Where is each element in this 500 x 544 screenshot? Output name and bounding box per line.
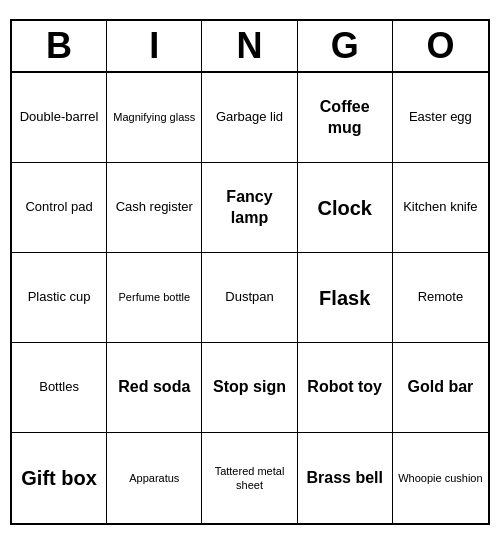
cell-label: Control pad xyxy=(25,199,92,216)
cell-label: Kitchen knife xyxy=(403,199,477,216)
bingo-cell: Remote xyxy=(393,253,488,343)
cell-label: Plastic cup xyxy=(28,289,91,306)
bingo-cell: Coffee mug xyxy=(298,73,393,163)
header-letter: B xyxy=(12,21,107,71)
bingo-cell: Cash register xyxy=(107,163,202,253)
bingo-cell: Fancy lamp xyxy=(202,163,297,253)
cell-label: Brass bell xyxy=(306,468,382,489)
cell-label: Stop sign xyxy=(213,377,286,398)
cell-label: Clock xyxy=(317,195,371,221)
header-letter: N xyxy=(202,21,297,71)
bingo-cell: Brass bell xyxy=(298,433,393,523)
cell-label: Tattered metal sheet xyxy=(206,464,292,493)
bingo-cell: Control pad xyxy=(12,163,107,253)
cell-label: Fancy lamp xyxy=(206,187,292,229)
bingo-cell: Flask xyxy=(298,253,393,343)
cell-label: Robot toy xyxy=(307,377,382,398)
bingo-grid: Double-barrelMagnifying glassGarbage lid… xyxy=(12,73,488,523)
bingo-cell: Kitchen knife xyxy=(393,163,488,253)
bingo-cell: Gift box xyxy=(12,433,107,523)
bingo-header: BINGO xyxy=(12,21,488,73)
bingo-cell: Robot toy xyxy=(298,343,393,433)
cell-label: Easter egg xyxy=(409,109,472,126)
cell-label: Coffee mug xyxy=(302,97,388,139)
cell-label: Remote xyxy=(418,289,464,306)
cell-label: Flask xyxy=(319,285,370,311)
cell-label: Gift box xyxy=(21,465,97,491)
cell-label: Perfume bottle xyxy=(119,290,191,304)
cell-label: Gold bar xyxy=(408,377,474,398)
bingo-cell: Bottles xyxy=(12,343,107,433)
cell-label: Apparatus xyxy=(129,471,179,485)
bingo-cell: Perfume bottle xyxy=(107,253,202,343)
bingo-cell: Dustpan xyxy=(202,253,297,343)
cell-label: Bottles xyxy=(39,379,79,396)
cell-label: Dustpan xyxy=(225,289,273,306)
header-letter: G xyxy=(298,21,393,71)
bingo-cell: Plastic cup xyxy=(12,253,107,343)
bingo-cell: Magnifying glass xyxy=(107,73,202,163)
bingo-cell: Tattered metal sheet xyxy=(202,433,297,523)
bingo-card: BINGO Double-barrelMagnifying glassGarba… xyxy=(10,19,490,525)
bingo-cell: Double-barrel xyxy=(12,73,107,163)
header-letter: I xyxy=(107,21,202,71)
cell-label: Magnifying glass xyxy=(113,110,195,124)
cell-label: Whoopie cushion xyxy=(398,471,482,485)
bingo-cell: Garbage lid xyxy=(202,73,297,163)
bingo-cell: Stop sign xyxy=(202,343,297,433)
bingo-cell: Red soda xyxy=(107,343,202,433)
cell-label: Double-barrel xyxy=(20,109,99,126)
cell-label: Cash register xyxy=(116,199,193,216)
header-letter: O xyxy=(393,21,488,71)
bingo-cell: Gold bar xyxy=(393,343,488,433)
cell-label: Red soda xyxy=(118,377,190,398)
bingo-cell: Whoopie cushion xyxy=(393,433,488,523)
cell-label: Garbage lid xyxy=(216,109,283,126)
bingo-cell: Clock xyxy=(298,163,393,253)
bingo-cell: Apparatus xyxy=(107,433,202,523)
bingo-cell: Easter egg xyxy=(393,73,488,163)
